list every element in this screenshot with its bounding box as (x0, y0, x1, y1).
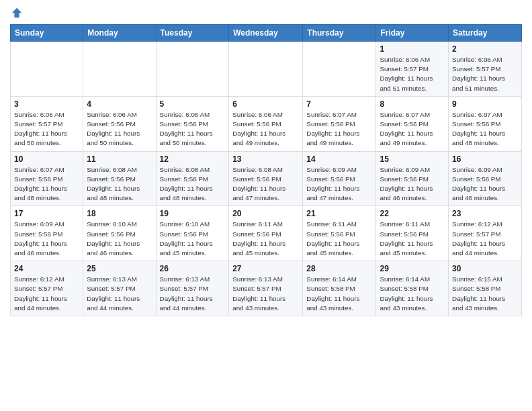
day-info: Sunrise: 6:13 AMSunset: 5:57 PMDaylight:… (87, 275, 152, 313)
logo (10, 7, 24, 19)
calendar-cell (229, 42, 303, 97)
day-info: Sunrise: 6:15 AMSunset: 5:58 PMDaylight:… (452, 275, 518, 313)
column-header-saturday: Saturday (449, 25, 522, 42)
day-info: Sunrise: 6:10 AMSunset: 5:56 PMDaylight:… (87, 220, 152, 258)
calendar-cell: 10Sunrise: 6:07 AMSunset: 5:56 PMDayligh… (11, 151, 83, 206)
day-info: Sunrise: 6:08 AMSunset: 5:56 PMDaylight:… (160, 165, 226, 203)
column-header-tuesday: Tuesday (156, 25, 229, 42)
calendar-cell: 2Sunrise: 6:06 AMSunset: 5:57 PMDaylight… (449, 42, 522, 97)
day-info: Sunrise: 6:11 AMSunset: 5:56 PMDaylight:… (232, 220, 299, 258)
day-info: Sunrise: 6:06 AMSunset: 5:57 PMDaylight:… (380, 55, 445, 93)
day-number: 3 (14, 99, 79, 109)
calendar-cell: 24Sunrise: 6:12 AMSunset: 5:57 PMDayligh… (11, 261, 83, 316)
calendar-cell: 26Sunrise: 6:13 AMSunset: 5:57 PMDayligh… (156, 261, 229, 316)
calendar-cell: 22Sunrise: 6:11 AMSunset: 5:56 PMDayligh… (376, 206, 449, 261)
calendar-cell (303, 42, 376, 97)
day-info: Sunrise: 6:14 AMSunset: 5:58 PMDaylight:… (306, 275, 372, 313)
calendar-cell: 12Sunrise: 6:08 AMSunset: 5:56 PMDayligh… (156, 151, 229, 206)
day-info: Sunrise: 6:06 AMSunset: 5:56 PMDaylight:… (87, 110, 152, 148)
calendar-cell: 29Sunrise: 6:14 AMSunset: 5:58 PMDayligh… (376, 261, 449, 316)
column-header-wednesday: Wednesday (229, 25, 303, 42)
day-number: 21 (306, 209, 372, 218)
calendar-cell (11, 42, 83, 97)
calendar-cell: 17Sunrise: 6:09 AMSunset: 5:56 PMDayligh… (11, 206, 83, 261)
day-number: 23 (452, 209, 518, 218)
day-number: 24 (14, 264, 79, 273)
column-header-thursday: Thursday (303, 25, 376, 42)
day-number: 20 (232, 209, 299, 218)
calendar-cell: 16Sunrise: 6:09 AMSunset: 5:56 PMDayligh… (449, 151, 522, 206)
day-info: Sunrise: 6:08 AMSunset: 5:56 PMDaylight:… (87, 165, 152, 203)
calendar-cell: 27Sunrise: 6:13 AMSunset: 5:57 PMDayligh… (229, 261, 303, 316)
calendar-cell: 23Sunrise: 6:12 AMSunset: 5:57 PMDayligh… (449, 206, 522, 261)
day-info: Sunrise: 6:12 AMSunset: 5:57 PMDaylight:… (14, 275, 79, 313)
day-info: Sunrise: 6:12 AMSunset: 5:57 PMDaylight:… (452, 220, 518, 258)
day-info: Sunrise: 6:06 AMSunset: 5:57 PMDaylight:… (452, 55, 518, 93)
calendar-week-2: 3Sunrise: 6:06 AMSunset: 5:57 PMDaylight… (11, 96, 522, 151)
calendar-cell: 25Sunrise: 6:13 AMSunset: 5:57 PMDayligh… (83, 261, 156, 316)
day-info: Sunrise: 6:10 AMSunset: 5:56 PMDaylight:… (160, 220, 226, 258)
calendar-cell: 4Sunrise: 6:06 AMSunset: 5:56 PMDaylight… (83, 96, 156, 151)
calendar-cell: 7Sunrise: 6:07 AMSunset: 5:56 PMDaylight… (303, 96, 376, 151)
calendar-cell: 21Sunrise: 6:11 AMSunset: 5:56 PMDayligh… (303, 206, 376, 261)
day-number: 22 (380, 209, 445, 218)
column-header-sunday: Sunday (11, 25, 83, 42)
svg-marker-0 (12, 8, 21, 17)
day-number: 10 (14, 154, 79, 164)
column-header-friday: Friday (376, 25, 449, 42)
calendar-cell: 30Sunrise: 6:15 AMSunset: 5:58 PMDayligh… (449, 261, 522, 316)
calendar-cell: 11Sunrise: 6:08 AMSunset: 5:56 PMDayligh… (83, 151, 156, 206)
calendar-cell (156, 42, 229, 97)
calendar-week-5: 24Sunrise: 6:12 AMSunset: 5:57 PMDayligh… (11, 261, 522, 316)
day-info: Sunrise: 6:13 AMSunset: 5:57 PMDaylight:… (232, 275, 299, 313)
day-info: Sunrise: 6:09 AMSunset: 5:56 PMDaylight:… (306, 165, 372, 203)
logo-icon (11, 7, 23, 19)
calendar-cell: 13Sunrise: 6:08 AMSunset: 5:56 PMDayligh… (229, 151, 303, 206)
calendar-cell: 9Sunrise: 6:07 AMSunset: 5:56 PMDaylight… (449, 96, 522, 151)
day-number: 14 (306, 154, 372, 164)
day-number: 1 (380, 44, 445, 54)
day-number: 25 (87, 264, 152, 273)
day-number: 16 (452, 154, 518, 164)
calendar-week-3: 10Sunrise: 6:07 AMSunset: 5:56 PMDayligh… (11, 151, 522, 206)
calendar-cell: 8Sunrise: 6:07 AMSunset: 5:56 PMDaylight… (376, 96, 449, 151)
day-info: Sunrise: 6:08 AMSunset: 5:56 PMDaylight:… (232, 165, 299, 203)
day-info: Sunrise: 6:07 AMSunset: 5:56 PMDaylight:… (452, 110, 518, 148)
day-number: 28 (306, 264, 372, 273)
calendar-cell: 19Sunrise: 6:10 AMSunset: 5:56 PMDayligh… (156, 206, 229, 261)
calendar-cell: 1Sunrise: 6:06 AMSunset: 5:57 PMDaylight… (376, 42, 449, 97)
day-info: Sunrise: 6:07 AMSunset: 5:56 PMDaylight:… (14, 165, 79, 203)
day-number: 4 (87, 99, 152, 109)
day-info: Sunrise: 6:09 AMSunset: 5:56 PMDaylight:… (14, 220, 79, 258)
day-info: Sunrise: 6:11 AMSunset: 5:56 PMDaylight:… (306, 220, 372, 258)
calendar-cell: 6Sunrise: 6:06 AMSunset: 5:56 PMDaylight… (229, 96, 303, 151)
calendar-cell: 14Sunrise: 6:09 AMSunset: 5:56 PMDayligh… (303, 151, 376, 206)
day-number: 29 (380, 264, 445, 273)
day-number: 27 (232, 264, 299, 273)
day-info: Sunrise: 6:13 AMSunset: 5:57 PMDaylight:… (160, 275, 226, 313)
page-header (10, 7, 522, 19)
day-number: 19 (160, 209, 226, 218)
day-number: 6 (232, 99, 299, 109)
calendar-cell (83, 42, 156, 97)
calendar-cell: 5Sunrise: 6:06 AMSunset: 5:56 PMDaylight… (156, 96, 229, 151)
day-number: 11 (87, 154, 152, 164)
day-number: 30 (452, 264, 518, 273)
calendar-cell: 15Sunrise: 6:09 AMSunset: 5:56 PMDayligh… (376, 151, 449, 206)
calendar-week-1: 1Sunrise: 6:06 AMSunset: 5:57 PMDaylight… (11, 42, 522, 97)
day-info: Sunrise: 6:06 AMSunset: 5:57 PMDaylight:… (14, 110, 79, 148)
day-info: Sunrise: 6:09 AMSunset: 5:56 PMDaylight:… (452, 165, 518, 203)
day-info: Sunrise: 6:07 AMSunset: 5:56 PMDaylight:… (306, 110, 372, 148)
day-number: 18 (87, 209, 152, 218)
day-info: Sunrise: 6:07 AMSunset: 5:56 PMDaylight:… (380, 110, 445, 148)
day-info: Sunrise: 6:06 AMSunset: 5:56 PMDaylight:… (160, 110, 226, 148)
day-number: 12 (160, 154, 226, 164)
day-info: Sunrise: 6:11 AMSunset: 5:56 PMDaylight:… (380, 220, 445, 258)
day-number: 13 (232, 154, 299, 164)
day-number: 26 (160, 264, 226, 273)
day-number: 2 (452, 44, 518, 54)
day-info: Sunrise: 6:09 AMSunset: 5:56 PMDaylight:… (380, 165, 445, 203)
day-number: 8 (380, 99, 445, 109)
day-number: 15 (380, 154, 445, 164)
calendar-header-row: SundayMondayTuesdayWednesdayThursdayFrid… (11, 25, 522, 42)
